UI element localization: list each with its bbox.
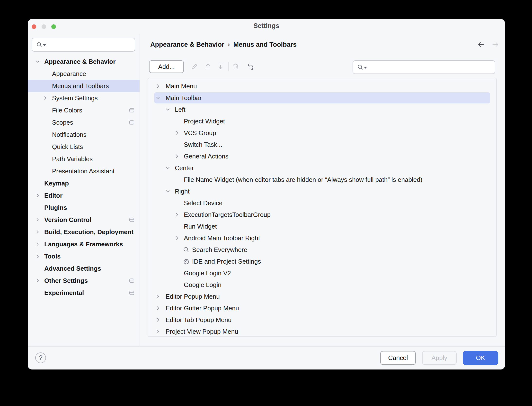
sidebar-item-label: Path Variables (52, 155, 93, 163)
tree-row-label: Left (175, 106, 185, 113)
tree-row-ide-and-project-settings[interactable]: IDE and Project Settings (148, 256, 496, 267)
toolbar-divider (228, 62, 229, 71)
chevron-down-icon[interactable] (165, 188, 171, 194)
cancel-button[interactable]: Cancel (380, 351, 416, 365)
tree-row-editor-popup-menu[interactable]: Editor Popup Menu (148, 291, 496, 302)
chevron-down-icon[interactable] (35, 58, 41, 65)
tree-row-label: Run Widget (184, 223, 217, 230)
sidebar-item-label: Advanced Settings (44, 265, 101, 272)
apply-button[interactable]: Apply (422, 351, 457, 365)
chevron-right-icon[interactable] (155, 83, 161, 89)
chevron-right-icon[interactable] (174, 212, 180, 218)
chevron-right-icon[interactable] (35, 253, 41, 259)
tree-row-google-login[interactable]: Google Login (148, 279, 496, 291)
tree-row-main-menu[interactable]: Main Menu (148, 80, 496, 92)
sidebar-item-presentation-assistant[interactable]: Presentation Assistant (28, 165, 140, 177)
sidebar-item-plugins[interactable]: Plugins (28, 202, 140, 214)
sidebar-item-version-control[interactable]: Version Control (28, 214, 140, 226)
sidebar-item-scopes[interactable]: Scopes (28, 116, 140, 129)
tree-row-run-widget[interactable]: Run Widget (148, 221, 496, 232)
tree-row-project-widget[interactable]: Project Widget (148, 115, 496, 127)
sidebar-item-tools[interactable]: Tools (28, 250, 140, 262)
move-up-button[interactable] (204, 63, 212, 70)
edit-button[interactable] (191, 63, 199, 70)
tree-row-main-toolbar[interactable]: Main Toolbar (148, 92, 496, 104)
chevron-down-icon[interactable] (165, 106, 171, 113)
chevron-right-icon[interactable] (174, 235, 180, 241)
breadcrumb-menus-and-toolbars: Menus and Toolbars (233, 41, 297, 48)
chevron-right-icon[interactable] (42, 95, 49, 101)
chevron-down-icon[interactable] (155, 95, 161, 101)
tree-row-label: Google Login V2 (184, 269, 231, 277)
move-down-button[interactable] (217, 63, 224, 70)
sidebar-item-menus-and-toolbars[interactable]: Menus and Toolbars (28, 80, 140, 92)
window-title: Settings (28, 22, 505, 30)
chevron-right-icon[interactable] (35, 192, 41, 199)
sidebar-item-other-settings[interactable]: Other Settings (28, 275, 140, 287)
tree-row-file-name-widget-when-editor-tabs-are-hi[interactable]: File Name Widget (when editor tabs are h… (148, 174, 496, 185)
breadcrumb-appearance-behavior[interactable]: Appearance & Behavior (150, 41, 224, 48)
chevron-right-icon[interactable] (155, 317, 161, 323)
tree-row-label: Search Everywhere (192, 246, 247, 254)
tree-row-label: File Name Widget (when editor tabs are h… (184, 176, 422, 184)
sidebar-item-system-settings[interactable]: System Settings (28, 92, 140, 104)
tree-row-vcs-group[interactable]: VCS Group (148, 127, 496, 139)
tree-row-select-device[interactable]: Select Device (148, 197, 496, 209)
tree-row-left[interactable]: Left (148, 104, 496, 115)
toolbar-search-field[interactable] (369, 63, 495, 71)
tree-row-center[interactable]: Center (148, 162, 496, 174)
sidebar-item-file-colors[interactable]: File Colors (28, 104, 140, 116)
chevron-right-icon[interactable] (35, 217, 41, 223)
sidebar-item-notifications[interactable]: Notifications (28, 129, 140, 141)
forward-button[interactable] (491, 40, 500, 49)
sidebar-item-path-variables[interactable]: Path Variables (28, 153, 140, 165)
tree-row-android-main-toolbar-right[interactable]: Android Main Toolbar Right (148, 232, 496, 244)
chevron-down-icon[interactable] (165, 165, 171, 171)
sidebar-item-label: Menus and Toolbars (52, 82, 109, 90)
sidebar-item-editor[interactable]: Editor (28, 189, 140, 202)
tree-row-general-actions[interactable]: General Actions (148, 150, 496, 162)
chevron-right-icon[interactable] (155, 293, 161, 300)
tree-row-label: Main Toolbar (166, 94, 202, 102)
chevron-right-icon[interactable] (174, 130, 180, 136)
sidebar-item-advanced-settings[interactable]: Advanced Settings (28, 262, 140, 275)
tree-row-switch-task[interactable]: Switch Task... (148, 139, 496, 150)
chevron-right-icon[interactable] (35, 241, 41, 247)
delete-button[interactable] (232, 63, 239, 70)
tree-row-editor-tab-popup-menu[interactable]: Editor Tab Popup Menu (148, 314, 496, 326)
tree-row-project-view-popup-menu[interactable]: Project View Popup Menu (148, 326, 496, 337)
toolbar-search-input[interactable] (353, 60, 495, 74)
tree-row-search-everywhere[interactable]: Search Everywhere (148, 244, 496, 256)
search-options-caret-icon[interactable] (364, 67, 367, 69)
help-button[interactable]: ? (35, 352, 46, 363)
chevron-right-icon[interactable] (174, 153, 180, 159)
add-button[interactable]: Add... (149, 60, 184, 73)
chevron-right-icon[interactable] (35, 229, 41, 235)
sidebar-item-appearance-behavior[interactable]: Appearance & Behavior (28, 55, 140, 68)
pane-icon (129, 108, 134, 113)
sidebar-item-keymap[interactable]: Keymap (28, 177, 140, 189)
search-options-caret-icon[interactable] (43, 44, 46, 46)
tree-row-label: VCS Group (184, 129, 216, 137)
tree-row-google-login-v2[interactable]: Google Login V2 (148, 267, 496, 279)
sidebar-item-quick-lists[interactable]: Quick Lists (28, 141, 140, 153)
ok-button[interactable]: OK (463, 351, 498, 365)
sidebar-item-experimental[interactable]: Experimental (28, 287, 140, 299)
sidebar-item-appearance[interactable]: Appearance (28, 68, 140, 80)
sidebar-item-label: Scopes (52, 119, 73, 126)
sidebar-item-label: Keymap (44, 180, 69, 187)
revert-button[interactable] (246, 63, 254, 70)
sidebar-search-field[interactable] (48, 41, 135, 49)
sidebar-item-languages-frameworks[interactable]: Languages & Frameworks (28, 238, 140, 250)
chevron-right-icon[interactable] (155, 305, 161, 311)
tree-row-editor-gutter-popup-menu[interactable]: Editor Gutter Popup Menu (148, 302, 496, 314)
chevron-right-icon[interactable] (35, 277, 41, 284)
tree-row-executiontargetstoolbargroup[interactable]: ExecutionTargetsToolbarGroup (148, 209, 496, 221)
sidebar-item-build-execution-deployment[interactable]: Build, Execution, Deployment (28, 226, 140, 238)
breadcrumb: Appearance & Behavior›Menus and Toolbars (150, 41, 297, 48)
sidebar-search-input[interactable] (32, 38, 135, 52)
tree-row-right[interactable]: Right (148, 185, 496, 197)
sidebar-item-label: Version Control (44, 216, 91, 224)
chevron-right-icon[interactable] (155, 328, 161, 335)
back-button[interactable] (476, 40, 486, 49)
